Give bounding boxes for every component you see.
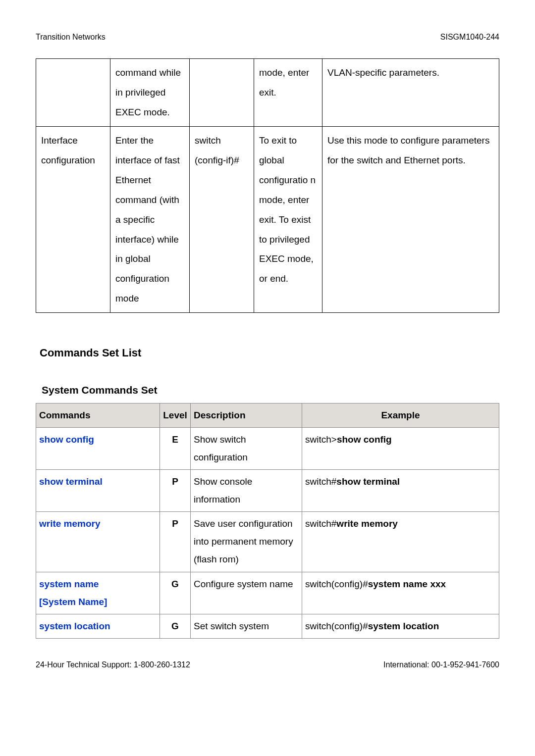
cell-access: command while in privileged EXEC mode. (110, 59, 190, 127)
example-cmd: system location (368, 621, 439, 631)
cell-level: G (160, 614, 191, 638)
cell-example: switch#write memory (302, 512, 499, 572)
page-footer: 24-Hour Technical Support: 1-800-260-131… (36, 657, 499, 672)
command-name: show terminal (39, 476, 103, 487)
cell-example: switch(config)#system name xxx (302, 572, 499, 614)
modes-table: command while in privileged EXEC mode. m… (36, 58, 499, 313)
example-cmd: write memory (336, 518, 398, 529)
example-prefix: switch# (305, 476, 336, 487)
cell-about: Use this mode to configure parameters fo… (322, 127, 499, 313)
cell-command: write memory (36, 512, 160, 572)
example-prefix: switch> (305, 434, 337, 445)
command-name: system name (39, 579, 99, 589)
col-description: Description (191, 403, 302, 427)
page-header: Transition Networks SISGM1040-244 (36, 30, 499, 45)
cell-example: switch#show terminal (302, 470, 499, 512)
example-prefix: switch(config)# (305, 621, 368, 631)
cell-example: switch>show config (302, 427, 499, 469)
example-cmd: system name xxx (368, 579, 446, 589)
command-param: [System Name] (39, 597, 107, 607)
header-left: Transition Networks (36, 30, 106, 45)
cell-desc: Configure system name (191, 572, 302, 614)
table-row: system location G Set switch system swit… (36, 614, 499, 638)
cell-mode: Interface configuration (36, 127, 110, 313)
command-name: write memory (39, 518, 101, 529)
cell-example: switch(config)#system location (302, 614, 499, 638)
cell-command: show terminal (36, 470, 160, 512)
cell-desc: Set switch system (191, 614, 302, 638)
example-prefix: switch# (305, 518, 336, 529)
cell-about: VLAN-specific parameters. (322, 59, 499, 127)
col-commands: Commands (36, 403, 160, 427)
command-name: system location (39, 621, 110, 631)
footer-right: International: 00-1-952-941-7600 (383, 657, 499, 672)
cell-exit: mode, enter exit. (254, 59, 322, 127)
table-row: Interface configuration Enter the interf… (36, 127, 499, 313)
cell-desc: Save user configuration into permanent m… (191, 512, 302, 572)
cell-access: Enter the interface of fast Ethernet com… (110, 127, 190, 313)
table-row: show terminal P Show console information… (36, 470, 499, 512)
table-row: system name[System Name] G Configure sys… (36, 572, 499, 614)
table-row: write memory P Save user configuration i… (36, 512, 499, 572)
cell-level: P (160, 512, 191, 572)
example-cmd: show terminal (336, 476, 400, 487)
cell-level: G (160, 572, 191, 614)
example-cmd: show config (337, 434, 392, 445)
cell-command: system location (36, 614, 160, 638)
example-prefix: switch(config)# (305, 579, 368, 589)
col-example: Example (302, 403, 499, 427)
cell-prompt: switch (config-if)# (190, 127, 254, 313)
cell-desc: Show console information (191, 470, 302, 512)
cell-level: E (160, 427, 191, 469)
table-row: show config E Show switch configuration … (36, 427, 499, 469)
table-row: command while in privileged EXEC mode. m… (36, 59, 499, 127)
command-name: show config (39, 434, 94, 445)
cell-command: show config (36, 427, 160, 469)
footer-left: 24-Hour Technical Support: 1-800-260-131… (36, 657, 190, 672)
col-level: Level (160, 403, 191, 427)
cell-exit: To exit to global configuratio n mode, e… (254, 127, 322, 313)
cell-mode (36, 59, 110, 127)
header-right: SISGM1040-244 (440, 30, 499, 45)
cell-level: P (160, 470, 191, 512)
section-heading: Commands Set List (40, 343, 499, 363)
table-header-row: Commands Level Description Example (36, 403, 499, 427)
cell-command: system name[System Name] (36, 572, 160, 614)
commands-table: Commands Level Description Example show … (36, 403, 499, 639)
cell-prompt (190, 59, 254, 127)
cell-desc: Show switch configuration (191, 427, 302, 469)
subsection-heading: System Commands Set (42, 380, 499, 400)
